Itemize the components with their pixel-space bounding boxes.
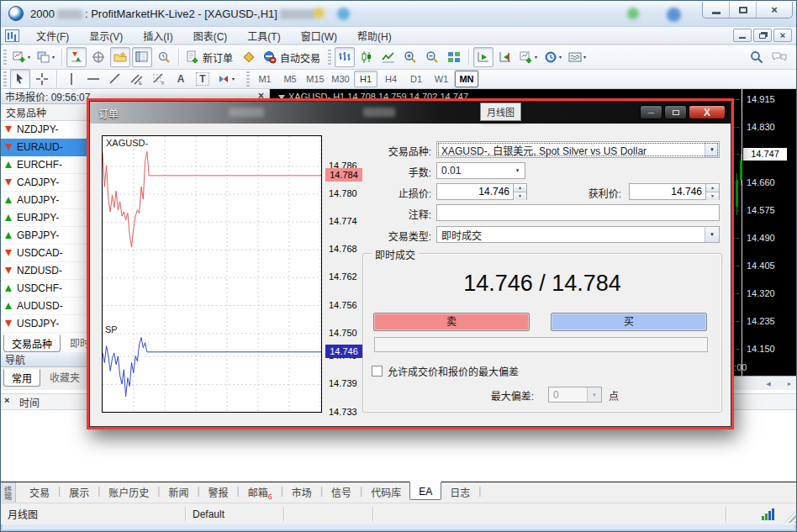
menu-insert[interactable]: 插入(I) bbox=[133, 27, 182, 45]
tab-alerts[interactable]: 警报 bbox=[200, 482, 237, 501]
comment-field[interactable] bbox=[436, 204, 720, 221]
spin-up-icon[interactable]: ▲ bbox=[706, 184, 719, 192]
take-profit-spinner[interactable]: ▲▼ bbox=[629, 183, 720, 200]
scroll-right-icon[interactable]: ► bbox=[783, 379, 796, 388]
tab-symbols[interactable]: 交易品种 bbox=[3, 334, 61, 352]
market-watch-toggle-button[interactable] bbox=[66, 47, 87, 67]
mdi-minimize-button[interactable] bbox=[733, 29, 752, 42]
tab-mailbox[interactable]: 邮箱6 bbox=[240, 482, 281, 503]
menu-charts[interactable]: 图表(C) bbox=[183, 27, 238, 45]
resize-grip[interactable] bbox=[784, 511, 796, 523]
channel-tool-button[interactable]: E bbox=[127, 69, 147, 89]
trendline-tool-button[interactable] bbox=[105, 69, 125, 89]
vertical-line-tool-button[interactable] bbox=[61, 69, 82, 89]
menu-help[interactable]: 帮助(H) bbox=[347, 27, 402, 45]
sell-button[interactable]: 卖 bbox=[373, 313, 530, 331]
toolbar-grip[interactable] bbox=[3, 50, 7, 65]
tab-common[interactable]: 常用 bbox=[3, 369, 40, 387]
tab-exposure[interactable]: 展示 bbox=[61, 482, 98, 501]
order-type-combobox[interactable]: 即时成交 ▼ bbox=[436, 226, 720, 243]
candlestick-chart-button[interactable] bbox=[356, 47, 377, 67]
timeframe-m30-button[interactable]: M30 bbox=[329, 71, 352, 87]
tab-trade[interactable]: 交易 bbox=[21, 482, 58, 501]
arrows-tool-button[interactable]: ▾ bbox=[214, 69, 237, 89]
crosshair-tool-button[interactable] bbox=[32, 69, 52, 89]
timeframe-h1-button[interactable]: H1 bbox=[354, 71, 377, 87]
line-chart-button[interactable] bbox=[378, 47, 398, 67]
tab-ea[interactable]: EA bbox=[409, 482, 441, 500]
spin-down-icon[interactable]: ▼ bbox=[706, 192, 719, 200]
deviation-checkbox[interactable] bbox=[372, 366, 383, 377]
templates-button[interactable]: ▾ bbox=[566, 47, 589, 67]
profiles-button[interactable]: ▾ bbox=[34, 47, 57, 67]
status-profile[interactable]: Default bbox=[186, 507, 284, 522]
periods-button[interactable]: ▾ bbox=[541, 47, 564, 67]
dialog-close-button[interactable]: X bbox=[689, 105, 726, 119]
strategy-tester-button[interactable] bbox=[154, 47, 174, 67]
close-icon[interactable]: × bbox=[4, 395, 9, 405]
autotrading-button[interactable]: 自动交易 bbox=[261, 47, 325, 67]
metaeditor-button[interactable] bbox=[239, 47, 259, 67]
timeframe-m15-button[interactable]: M15 bbox=[303, 71, 327, 87]
zoom-out-button[interactable] bbox=[422, 47, 442, 67]
cursor-tool-button[interactable] bbox=[10, 69, 30, 89]
auto-scroll-button[interactable] bbox=[473, 47, 494, 67]
menu-window[interactable]: 窗口(W) bbox=[291, 27, 347, 45]
chevron-down-icon[interactable]: ▼ bbox=[705, 227, 719, 242]
text-tool-button[interactable]: A bbox=[171, 69, 191, 89]
menu-view[interactable]: 显示(V) bbox=[79, 27, 133, 45]
tab-account-history[interactable]: 账户历史 bbox=[100, 482, 157, 501]
minimize-button[interactable] bbox=[703, 2, 730, 18]
zoom-in-button[interactable] bbox=[400, 47, 420, 67]
stop-loss-input[interactable] bbox=[437, 186, 513, 198]
timeframe-h4-button[interactable]: H4 bbox=[379, 71, 403, 87]
tab-journal[interactable]: 日志 bbox=[441, 482, 478, 501]
indicators-button[interactable]: ▾ bbox=[517, 47, 540, 67]
timeframe-d1-button[interactable]: D1 bbox=[404, 71, 428, 87]
arrange-windows-button[interactable] bbox=[444, 47, 464, 67]
fibonacci-tool-button[interactable]: F bbox=[149, 69, 169, 89]
chat-button[interactable] bbox=[768, 47, 789, 67]
buy-button[interactable]: 买 bbox=[551, 313, 707, 331]
scroll-left-icon[interactable]: ◀ bbox=[762, 379, 775, 388]
comment-input[interactable] bbox=[437, 207, 719, 219]
spin-up-icon[interactable]: ▲ bbox=[514, 184, 526, 192]
chart-shift-button[interactable] bbox=[495, 47, 515, 67]
toolbar-grip[interactable] bbox=[328, 50, 331, 65]
horizontal-line-tool-button[interactable] bbox=[83, 69, 103, 89]
timeframe-m5-button[interactable]: M5 bbox=[278, 71, 302, 87]
order-dialog-titlebar[interactable]: 订单 — X bbox=[90, 102, 731, 124]
volume-combobox[interactable]: 0.01 ▼ bbox=[436, 162, 525, 179]
max-deviation-combobox[interactable]: 0 ▼ bbox=[548, 387, 602, 403]
maximize-button[interactable] bbox=[730, 2, 757, 18]
text-label-tool-button[interactable]: T bbox=[193, 69, 213, 89]
new-chart-button[interactable]: ▾ bbox=[10, 47, 33, 67]
take-profit-input[interactable] bbox=[630, 186, 705, 198]
tab-news[interactable]: 新闻 bbox=[160, 482, 197, 501]
timeframe-mn-button[interactable]: MN bbox=[455, 71, 478, 87]
terminal-toggle-button[interactable] bbox=[132, 47, 152, 67]
new-order-button[interactable]: 新订单 bbox=[183, 47, 237, 67]
chevron-down-icon[interactable]: ▼ bbox=[705, 142, 719, 157]
menu-file[interactable]: 文件(F) bbox=[26, 27, 79, 45]
timeframe-m1-button[interactable]: M1 bbox=[253, 71, 277, 87]
chart-window-icon[interactable] bbox=[5, 29, 19, 42]
navigator-toggle-button[interactable] bbox=[110, 47, 130, 67]
spin-down-icon[interactable]: ▼ bbox=[514, 192, 526, 200]
dialog-maximize-button[interactable] bbox=[664, 105, 687, 119]
close-button[interactable]: × bbox=[757, 2, 792, 18]
bar-chart-button[interactable] bbox=[335, 47, 355, 67]
mdi-restore-button[interactable] bbox=[753, 29, 772, 42]
dialog-minimize-button[interactable]: — bbox=[640, 105, 662, 119]
tab-market[interactable]: 市场 bbox=[283, 482, 320, 501]
data-window-button[interactable] bbox=[88, 47, 108, 67]
toolbar-grip[interactable] bbox=[3, 71, 7, 87]
tab-code-base[interactable]: 代码库 bbox=[362, 482, 409, 501]
symbol-combobox[interactable]: XAGUSD-, 白银美元, Spot Silver vs US Dollar … bbox=[436, 141, 720, 158]
tab-favorites[interactable]: 收藏夹 bbox=[42, 369, 87, 385]
search-button[interactable] bbox=[747, 47, 767, 67]
panel-grip[interactable]: 终端 bbox=[1, 482, 16, 503]
stop-loss-spinner[interactable]: ▲▼ bbox=[436, 183, 527, 200]
chevron-down-icon[interactable]: ▼ bbox=[510, 163, 525, 178]
timeframe-w1-button[interactable]: W1 bbox=[430, 71, 453, 87]
